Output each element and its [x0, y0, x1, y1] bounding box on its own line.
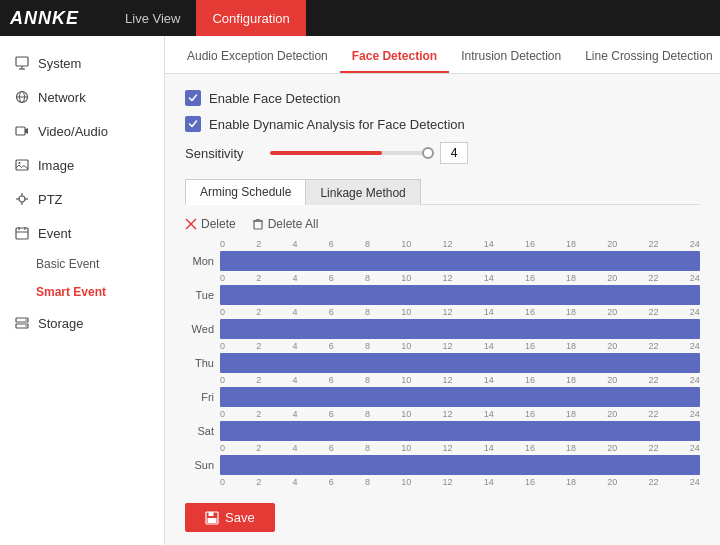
schedule-bar-wed[interactable]	[220, 319, 700, 339]
schedule-bar-tue[interactable]	[220, 285, 700, 305]
time-6: 6	[329, 239, 334, 249]
time-2: 2	[256, 239, 261, 249]
sidebar: System Network Video/Audio Image PTZ	[0, 36, 165, 545]
svg-point-9	[19, 162, 21, 164]
sidebar-item-system[interactable]: System	[0, 46, 164, 80]
svg-point-22	[25, 325, 27, 327]
time-numbers-row: 0 2 4 6 8 10 12 14 16 18 20 22 24	[220, 239, 700, 249]
svg-point-10	[19, 196, 25, 202]
schedule-grid: 0 2 4 6 8 10 12 14 16 18 20 22 24	[185, 239, 700, 487]
main-content: Audio Exception Detection Face Detection…	[165, 36, 720, 545]
trash-icon	[252, 218, 264, 230]
time-10: 10	[401, 239, 411, 249]
nav-live-view[interactable]: Live View	[109, 0, 196, 36]
slider-thumb[interactable]	[422, 147, 434, 159]
delete-label: Delete	[201, 217, 236, 231]
delete-all-button[interactable]: Delete All	[252, 217, 319, 231]
sidebar-sub-smart-event[interactable]: Smart Event	[0, 278, 164, 306]
sidebar-item-network[interactable]: Network	[0, 80, 164, 114]
delete-button[interactable]: Delete	[185, 217, 236, 231]
time-row-after-wed: 024681012141618202224	[220, 341, 700, 351]
svg-rect-25	[254, 221, 262, 229]
nav-configuration[interactable]: Configuration	[196, 0, 305, 36]
layout: System Network Video/Audio Image PTZ	[0, 36, 720, 545]
schedule-bar-sat[interactable]	[220, 421, 700, 441]
event-icon	[14, 225, 30, 241]
svg-rect-0	[16, 57, 28, 66]
save-icon	[205, 511, 219, 525]
sidebar-item-event[interactable]: Event	[0, 216, 164, 250]
sidebar-label-ptz: PTZ	[38, 192, 63, 207]
schedule-bar-sun[interactable]	[220, 455, 700, 475]
arming-schedule-tab[interactable]: Arming Schedule	[185, 179, 306, 205]
checkbox-enable-face[interactable]	[185, 90, 201, 106]
sidebar-item-video-audio[interactable]: Video/Audio	[0, 114, 164, 148]
svg-point-21	[25, 319, 27, 321]
checkbox-label-enable-face: Enable Face Detection	[209, 91, 341, 106]
sidebar-sub-basic-event[interactable]: Basic Event	[0, 250, 164, 278]
sensitivity-row: Sensitivity 4	[185, 142, 700, 164]
checkbox-dynamic[interactable]	[185, 116, 201, 132]
svg-rect-8	[16, 160, 28, 170]
content-area: Enable Face Detection Enable Dynamic Ana…	[165, 74, 720, 545]
sidebar-item-storage[interactable]: Storage	[0, 306, 164, 340]
sidebar-label-image: Image	[38, 158, 74, 173]
day-label-sat: Sat	[185, 425, 220, 437]
logo: ANNKE	[10, 8, 79, 29]
tab-bar: Audio Exception Detection Face Detection…	[165, 36, 720, 74]
sensitivity-slider[interactable]	[270, 151, 430, 155]
svg-rect-31	[209, 512, 214, 516]
sensitivity-value: 4	[440, 142, 468, 164]
svg-rect-6	[16, 127, 25, 135]
monitor-icon	[14, 55, 30, 71]
time-4: 4	[292, 239, 297, 249]
time-8: 8	[365, 239, 370, 249]
svg-rect-15	[16, 228, 28, 239]
schedule-row-sat: Sat	[185, 421, 700, 441]
time-row-after-thu: 024681012141618202224	[220, 375, 700, 385]
schedule-row-thu: Thu	[185, 353, 700, 373]
sub-tab-bar: Arming Schedule Linkage Method	[185, 178, 700, 205]
schedule-bar-fri[interactable]	[220, 387, 700, 407]
time-row-after-sat: 024681012141618202224	[220, 443, 700, 453]
checkbox-row-enable-face: Enable Face Detection	[185, 90, 700, 106]
sidebar-label-network: Network	[38, 90, 86, 105]
sensitivity-label: Sensitivity	[185, 146, 260, 161]
storage-icon	[14, 315, 30, 331]
top-nav: ANNKE Live View Configuration	[0, 0, 720, 36]
schedule-row-wed: Wed	[185, 319, 700, 339]
checkbox-label-dynamic: Enable Dynamic Analysis for Face Detecti…	[209, 117, 465, 132]
time-row-after-sun: 024681012141618202224	[220, 477, 700, 487]
time-row-after-fri: 024681012141618202224	[220, 409, 700, 419]
sidebar-item-image[interactable]: Image	[0, 148, 164, 182]
time-14: 14	[484, 239, 494, 249]
svg-rect-32	[208, 518, 217, 523]
schedule-bar-thu[interactable]	[220, 353, 700, 373]
tab-face-detection[interactable]: Face Detection	[340, 41, 449, 73]
schedule-bar-mon[interactable]	[220, 251, 700, 271]
tab-line-crossing[interactable]: Line Crossing Detection	[573, 41, 720, 73]
network-icon	[14, 89, 30, 105]
tab-intrusion-detection[interactable]: Intrusion Detection	[449, 41, 573, 73]
save-label: Save	[225, 510, 255, 525]
sidebar-label-event: Event	[38, 226, 71, 241]
schedule-row-tue: Tue	[185, 285, 700, 305]
video-icon	[14, 123, 30, 139]
time-row-after-mon: 0 2 4 6 8 10 12 14 16 18 20 22 24	[220, 273, 700, 283]
day-label-tue: Tue	[185, 289, 220, 301]
day-label-wed: Wed	[185, 323, 220, 335]
linkage-method-tab[interactable]: Linkage Method	[305, 179, 420, 205]
day-label-sun: Sun	[185, 459, 220, 471]
sidebar-item-ptz[interactable]: PTZ	[0, 182, 164, 216]
save-button[interactable]: Save	[185, 503, 275, 532]
sidebar-label-storage: Storage	[38, 316, 84, 331]
day-label-fri: Fri	[185, 391, 220, 403]
ptz-icon	[14, 191, 30, 207]
time-12: 12	[442, 239, 452, 249]
tab-audio-exception[interactable]: Audio Exception Detection	[175, 41, 340, 73]
checkbox-row-dynamic: Enable Dynamic Analysis for Face Detecti…	[185, 116, 700, 132]
image-icon	[14, 157, 30, 173]
sidebar-label-system: System	[38, 56, 81, 71]
x-icon	[185, 218, 197, 230]
schedule-row-sun: Sun	[185, 455, 700, 475]
